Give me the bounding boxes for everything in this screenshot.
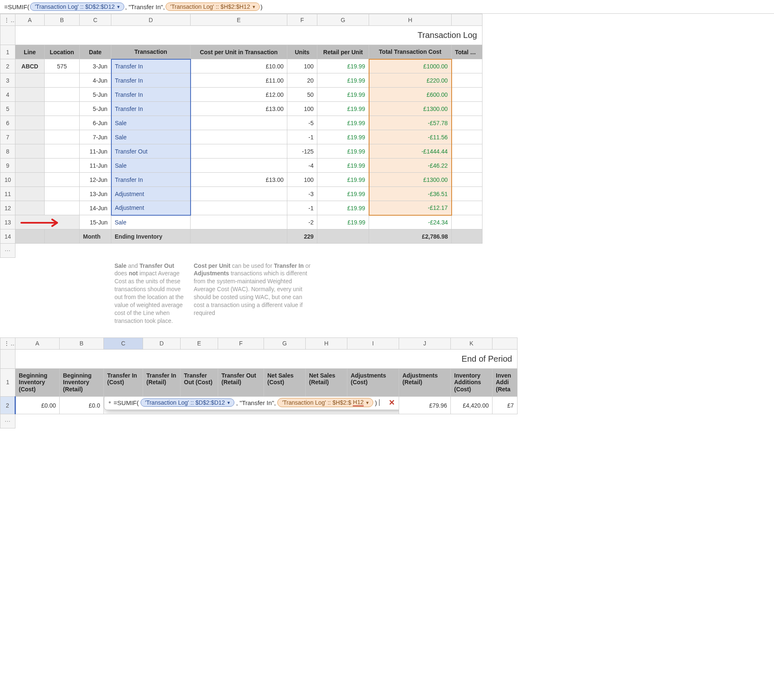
col-header[interactable]: D (111, 14, 191, 26)
col-header[interactable]: J (399, 337, 451, 349)
row-handle[interactable]: ⋯ (0, 414, 15, 428)
header-cost-per-unit[interactable]: Cost per Unit in Transaction (191, 45, 287, 59)
formula-mid: , "Transfer In", (236, 399, 276, 406)
formula-suffix: ) (261, 3, 263, 10)
col-header[interactable]: H (306, 337, 347, 349)
col-header[interactable]: H (369, 14, 452, 26)
col-header[interactable]: A (15, 337, 60, 349)
hdr-k[interactable]: Inventory Additions (Cost) (451, 368, 493, 396)
col-header[interactable]: E (191, 14, 287, 26)
range-token-h[interactable]: 'Transaction Log' :: $H$2:$H12 ▼ (277, 398, 373, 407)
col-header[interactable]: B (60, 337, 104, 349)
col-header[interactable]: F (218, 337, 264, 349)
hdr-h[interactable]: Net Sales (Retail) (306, 368, 347, 396)
range-token-d[interactable]: 'Transaction Log' :: $D$2:$D12 ▼ (30, 3, 124, 11)
col-header[interactable]: K (451, 337, 493, 349)
row-spacer (0, 26, 15, 45)
table-row: 11 13-Jun Adjustment -3 £19.99 -£36.51 (0, 187, 482, 201)
cell-editing[interactable]: • =SUMIF( 'Transaction Log' :: $D$2:$D12… (104, 397, 399, 414)
inline-formula-editor[interactable]: • =SUMIF( 'Transaction Log' :: $D$2:$D12… (104, 397, 399, 410)
col-header-partial[interactable] (493, 337, 518, 349)
hdr-d[interactable]: Transfer In (Retail) (143, 368, 181, 396)
header-partial[interactable]: Total Tra (452, 45, 482, 59)
col-header[interactable]: F (287, 14, 317, 26)
header-units[interactable]: Units (287, 45, 317, 59)
formula-mid: , "Transfer In", (125, 3, 165, 10)
formula-bar[interactable]: =SUMIF( 'Transaction Log' :: $D$2:$D12 ▼… (0, 0, 774, 14)
chevron-down-icon: ▼ (116, 5, 121, 9)
col-header[interactable]: C (80, 14, 111, 26)
table-row: 2 ABCD 575 3-Jun Transfer In £10.00 100 … (0, 59, 482, 73)
col-header[interactable]: E (181, 337, 218, 349)
formula-prefix: =SUMIF( (113, 399, 138, 406)
table-row: 5 5-Jun Transfer In £13.00 100 £19.99 £1… (0, 102, 482, 116)
hdr-c[interactable]: Transfer In (Cost) (104, 368, 143, 396)
table-row: 6 6-Jun Sale -5 £19.99 -£57.78 (0, 116, 482, 130)
hdr-j[interactable]: Adjustments (Retail) (399, 368, 451, 396)
formula-prefix: =SUMIF( (4, 3, 29, 10)
range-token-d[interactable]: 'Transaction Log' :: $D$2:$D12 ▼ (141, 398, 235, 407)
hdr-b[interactable]: Beginning Inventory (Retail) (60, 368, 104, 396)
table-row: 2 £0.00 £0.0 • =SUMIF( 'Transaction Log'… (0, 397, 518, 414)
table-row: 13 15-Jun Sale -2 £19.99 -£24.34 (0, 215, 482, 229)
header-total-cost[interactable]: Total Transaction Cost (369, 45, 452, 59)
text-cursor (379, 399, 379, 406)
corner-handle[interactable]: ⋮⋮⋮ (0, 337, 15, 349)
header-transaction[interactable]: Transaction (111, 45, 191, 59)
chevron-down-icon: ▼ (226, 400, 231, 405)
note-right: Cost per Unit can be used for Transfer I… (191, 258, 317, 337)
hdr-g[interactable]: Net Sales (Cost) (264, 368, 306, 396)
col-header-partial[interactable] (452, 14, 482, 26)
table-row: 4 5-Jun Transfer In £12.00 50 £19.99 £60… (0, 88, 482, 102)
hdr-a[interactable]: Beginning Inventory (Cost) (15, 368, 60, 396)
end-of-period-table[interactable]: ⋮⋮⋮ A B C D E F G H I J K End of Period … (0, 337, 518, 428)
col-header[interactable]: G (317, 14, 369, 26)
summary-row: 14 Month Ending Inventory 229 £2,786.98 (0, 229, 482, 244)
corner-handle[interactable]: ⋮⋮⋮ (0, 14, 15, 26)
chevron-down-icon: ▼ (365, 400, 369, 405)
cancel-button[interactable]: ✕ (389, 398, 395, 407)
col-header[interactable]: G (264, 337, 306, 349)
header-date[interactable]: Date (80, 45, 111, 59)
hdr-f[interactable]: Transfer Out (Retail) (218, 368, 264, 396)
table-row: 8 11-Jun Transfer Out -125 £19.99 -£1444… (0, 144, 482, 159)
header-retail-per-unit[interactable]: Retail per Unit (317, 45, 369, 59)
hdr-e[interactable]: Transfer Out (Cost) (181, 368, 218, 396)
row-header[interactable]: 1 (0, 45, 15, 59)
table-row: 7 7-Jun Sale -1 £19.99 -£11.56 (0, 130, 482, 144)
table-row: 9 11-Jun Sale -4 £19.99 -£46.22 (0, 159, 482, 173)
row-header-active[interactable]: 2 (0, 397, 15, 414)
row-handle[interactable]: ⋯ (0, 244, 15, 258)
col-header[interactable]: D (143, 337, 181, 349)
header-location[interactable]: Location (45, 45, 80, 59)
arrow-right-icon (20, 218, 65, 228)
note-left: Sale and Transfer Out does not impact Av… (111, 258, 191, 337)
transaction-log-table[interactable]: ⋮⋮⋮ A B C D E F G H Transaction Log 1 Li… (0, 14, 482, 337)
range-token-h[interactable]: 'Transaction Log' :: $H$2:$H12 ▼ (166, 3, 260, 11)
col-header[interactable]: A (15, 14, 45, 26)
table-title: End of Period (15, 349, 518, 368)
chevron-down-icon: ▼ (252, 5, 256, 9)
table-title: Transaction Log (15, 26, 482, 45)
col-header-selected[interactable]: C (104, 337, 143, 349)
formula-suffix: ) (375, 399, 377, 406)
bullet-icon: • (108, 399, 111, 406)
col-header[interactable]: I (347, 337, 399, 349)
table-row: 3 4-Jun Transfer In £11.00 20 £19.99 £22… (0, 73, 482, 88)
table-row: 12 14-Jun Adjustment -1 £19.99 -£12.17 (0, 201, 482, 215)
col-header[interactable]: B (45, 14, 80, 26)
row-header[interactable]: 1 (0, 368, 15, 396)
hdr-partial[interactable]: Inven Addi (Reta (493, 368, 518, 396)
hdr-i[interactable]: Adjustments (Cost) (347, 368, 399, 396)
table-row: 10 12-Jun Transfer In £13.00 100 £19.99 … (0, 173, 482, 187)
header-line[interactable]: Line (15, 45, 45, 59)
